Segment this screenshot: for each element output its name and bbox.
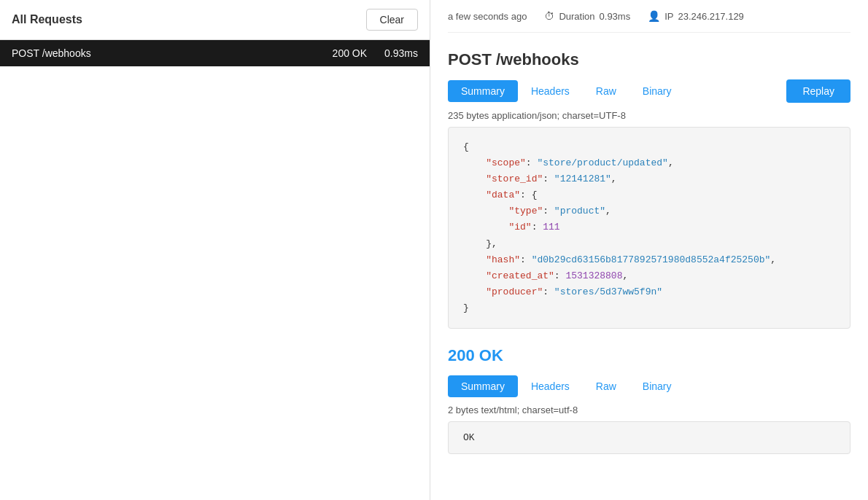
right-panel: a few seconds ago ⏱ Duration 0.93ms 👤 IP… bbox=[430, 0, 868, 500]
left-header: All Requests Clear bbox=[0, 0, 430, 40]
response-tabs-row: Summary Headers Raw Binary bbox=[448, 375, 850, 397]
ip-value: 23.246.217.129 bbox=[678, 11, 743, 22]
request-section: POST /webhooks Summary Headers Raw Binar… bbox=[448, 50, 850, 329]
response-body: OK bbox=[448, 421, 850, 454]
clock-icon: ⏱ bbox=[544, 10, 554, 22]
tab-headers-response[interactable]: Headers bbox=[518, 375, 583, 397]
tab-binary-request[interactable]: Binary bbox=[629, 80, 685, 102]
tab-binary-response[interactable]: Binary bbox=[629, 375, 685, 397]
ip-item: 👤 IP 23.246.217.129 bbox=[648, 10, 744, 22]
all-requests-title: All Requests bbox=[12, 13, 82, 26]
tab-raw-request[interactable]: Raw bbox=[583, 80, 629, 102]
response-section: 200 OK Summary Headers Raw Binary 2 byte… bbox=[448, 346, 850, 454]
replay-button[interactable]: Replay bbox=[786, 79, 850, 103]
response-section-title: 200 OK bbox=[448, 346, 850, 365]
request-status: 200 OK bbox=[333, 47, 367, 59]
top-bar: a few seconds ago ⏱ Duration 0.93ms 👤 IP… bbox=[448, 0, 850, 33]
request-tabs-row: Summary Headers Raw Binary Replay bbox=[448, 79, 850, 103]
left-panel: All Requests Clear POST /webhooks 200 OK… bbox=[0, 0, 430, 500]
clear-button[interactable]: Clear bbox=[366, 9, 418, 31]
tab-summary-request[interactable]: Summary bbox=[448, 80, 518, 102]
request-section-title: POST /webhooks bbox=[448, 50, 850, 69]
ip-label: IP bbox=[664, 11, 673, 22]
tab-headers-request[interactable]: Headers bbox=[518, 80, 583, 102]
tab-summary-response[interactable]: Summary bbox=[448, 375, 518, 397]
request-row[interactable]: POST /webhooks 200 OK 0.93ms bbox=[0, 40, 430, 66]
timestamp: a few seconds ago bbox=[448, 11, 527, 22]
request-method-path: POST /webhooks bbox=[12, 47, 333, 59]
response-content-type: 2 bytes text/html; charset=utf-8 bbox=[448, 405, 850, 415]
person-icon: 👤 bbox=[648, 10, 660, 22]
duration-label: Duration bbox=[559, 11, 594, 22]
duration-item: ⏱ Duration 0.93ms bbox=[544, 10, 630, 22]
request-duration: 0.93ms bbox=[384, 47, 418, 59]
request-code-block: { "scope": "store/product/updated", "sto… bbox=[448, 127, 850, 329]
duration-value: 0.93ms bbox=[600, 11, 631, 22]
tab-raw-response[interactable]: Raw bbox=[583, 375, 629, 397]
request-content-type: 235 bytes application/json; charset=UTF-… bbox=[448, 110, 850, 121]
